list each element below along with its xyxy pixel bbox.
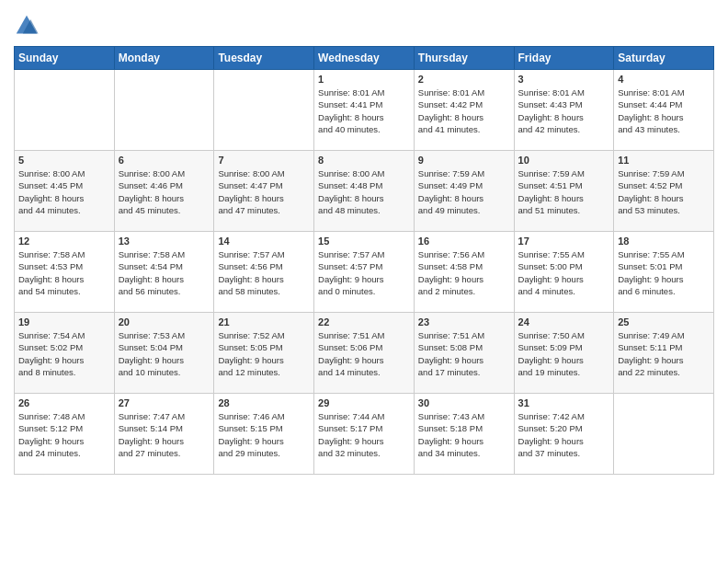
day-info: Sunrise: 7:58 AM Sunset: 4:54 PM Dayligh…: [119, 248, 210, 297]
day-number: 4: [618, 74, 710, 85]
day-number: 1: [318, 74, 410, 85]
day-info: Sunrise: 7:51 AM Sunset: 5:06 PM Dayligh…: [318, 329, 410, 378]
weekday-header-saturday: Saturday: [614, 47, 714, 70]
day-cell-9: 9Sunrise: 7:59 AM Sunset: 4:49 PM Daylig…: [414, 151, 514, 232]
day-number: 3: [518, 74, 610, 85]
weekday-header-row: SundayMondayTuesdayWednesdayThursdayFrid…: [15, 47, 714, 70]
day-number: 5: [18, 155, 110, 166]
weekday-header-wednesday: Wednesday: [314, 47, 415, 70]
day-info: Sunrise: 7:59 AM Sunset: 4:52 PM Dayligh…: [618, 167, 710, 216]
day-number: 8: [318, 155, 410, 166]
day-info: Sunrise: 7:57 AM Sunset: 4:57 PM Dayligh…: [318, 248, 410, 297]
page: SundayMondayTuesdayWednesdayThursdayFrid…: [0, 0, 728, 563]
day-number: 31: [518, 397, 610, 408]
day-number: 15: [318, 236, 410, 247]
day-cell-26: 26Sunrise: 7:48 AM Sunset: 5:12 PM Dayli…: [15, 394, 115, 475]
day-number: 6: [119, 155, 210, 166]
week-row-4: 19Sunrise: 7:54 AM Sunset: 5:02 PM Dayli…: [15, 313, 714, 394]
day-cell-3: 3Sunrise: 8:01 AM Sunset: 4:43 PM Daylig…: [514, 70, 614, 151]
day-number: 12: [18, 236, 110, 247]
day-number: 25: [618, 316, 710, 327]
day-number: 21: [218, 316, 310, 327]
day-cell-14: 14Sunrise: 7:57 AM Sunset: 4:56 PM Dayli…: [214, 232, 314, 313]
day-number: 28: [218, 397, 310, 408]
day-info: Sunrise: 7:57 AM Sunset: 4:56 PM Dayligh…: [218, 248, 310, 297]
day-cell-31: 31Sunrise: 7:42 AM Sunset: 5:20 PM Dayli…: [514, 394, 614, 475]
day-cell-24: 24Sunrise: 7:50 AM Sunset: 5:09 PM Dayli…: [514, 313, 614, 394]
day-info: Sunrise: 7:56 AM Sunset: 4:58 PM Dayligh…: [418, 248, 510, 297]
day-info: Sunrise: 7:58 AM Sunset: 4:53 PM Dayligh…: [18, 248, 110, 297]
day-number: 26: [18, 397, 110, 408]
day-number: 18: [618, 236, 710, 247]
day-info: Sunrise: 7:52 AM Sunset: 5:05 PM Dayligh…: [218, 329, 310, 378]
day-info: Sunrise: 7:51 AM Sunset: 5:08 PM Dayligh…: [418, 329, 510, 378]
day-cell-16: 16Sunrise: 7:56 AM Sunset: 4:58 PM Dayli…: [414, 232, 514, 313]
day-cell-27: 27Sunrise: 7:47 AM Sunset: 5:14 PM Dayli…: [114, 394, 214, 475]
day-cell-empty-0-1: [114, 70, 214, 151]
week-row-5: 26Sunrise: 7:48 AM Sunset: 5:12 PM Dayli…: [15, 394, 714, 475]
day-cell-21: 21Sunrise: 7:52 AM Sunset: 5:05 PM Dayli…: [214, 313, 314, 394]
weekday-header-friday: Friday: [514, 47, 614, 70]
day-info: Sunrise: 7:43 AM Sunset: 5:18 PM Dayligh…: [418, 410, 510, 459]
day-number: 24: [518, 316, 610, 327]
day-number: 27: [119, 397, 210, 408]
week-row-2: 5Sunrise: 8:00 AM Sunset: 4:45 PM Daylig…: [15, 151, 714, 232]
day-cell-empty-0-2: [214, 70, 314, 151]
logo: [14, 13, 41, 39]
day-number: 13: [119, 236, 210, 247]
day-number: 14: [218, 236, 310, 247]
day-cell-18: 18Sunrise: 7:55 AM Sunset: 5:01 PM Dayli…: [614, 232, 714, 313]
header: [14, 9, 714, 39]
day-number: 9: [418, 155, 510, 166]
day-cell-4: 4Sunrise: 8:01 AM Sunset: 4:44 PM Daylig…: [614, 70, 714, 151]
day-number: 30: [418, 397, 510, 408]
day-number: 7: [218, 155, 310, 166]
day-cell-13: 13Sunrise: 7:58 AM Sunset: 4:54 PM Dayli…: [114, 232, 214, 313]
day-cell-empty-4-6: [614, 394, 714, 475]
day-cell-15: 15Sunrise: 7:57 AM Sunset: 4:57 PM Dayli…: [314, 232, 415, 313]
day-info: Sunrise: 7:54 AM Sunset: 5:02 PM Dayligh…: [18, 329, 110, 378]
day-cell-2: 2Sunrise: 8:01 AM Sunset: 4:42 PM Daylig…: [414, 70, 514, 151]
day-info: Sunrise: 7:47 AM Sunset: 5:14 PM Dayligh…: [119, 410, 210, 459]
day-number: 23: [418, 316, 510, 327]
day-number: 19: [18, 316, 110, 327]
weekday-header-sunday: Sunday: [15, 47, 115, 70]
day-cell-7: 7Sunrise: 8:00 AM Sunset: 4:47 PM Daylig…: [214, 151, 314, 232]
day-number: 17: [518, 236, 610, 247]
day-cell-20: 20Sunrise: 7:53 AM Sunset: 5:04 PM Dayli…: [114, 313, 214, 394]
day-cell-1: 1Sunrise: 8:01 AM Sunset: 4:41 PM Daylig…: [314, 70, 415, 151]
day-info: Sunrise: 8:00 AM Sunset: 4:48 PM Dayligh…: [318, 167, 410, 216]
day-cell-8: 8Sunrise: 8:00 AM Sunset: 4:48 PM Daylig…: [314, 151, 415, 232]
day-info: Sunrise: 7:59 AM Sunset: 4:51 PM Dayligh…: [518, 167, 610, 216]
day-number: 2: [418, 74, 510, 85]
day-cell-23: 23Sunrise: 7:51 AM Sunset: 5:08 PM Dayli…: [414, 313, 514, 394]
weekday-header-tuesday: Tuesday: [214, 47, 314, 70]
day-info: Sunrise: 8:01 AM Sunset: 4:42 PM Dayligh…: [418, 86, 510, 135]
day-cell-29: 29Sunrise: 7:44 AM Sunset: 5:17 PM Dayli…: [314, 394, 415, 475]
day-info: Sunrise: 8:00 AM Sunset: 4:47 PM Dayligh…: [218, 167, 310, 216]
day-number: 29: [318, 397, 410, 408]
day-cell-25: 25Sunrise: 7:49 AM Sunset: 5:11 PM Dayli…: [614, 313, 714, 394]
day-number: 20: [119, 316, 210, 327]
day-info: Sunrise: 8:01 AM Sunset: 4:41 PM Dayligh…: [318, 86, 410, 135]
day-info: Sunrise: 7:48 AM Sunset: 5:12 PM Dayligh…: [18, 410, 110, 459]
day-number: 10: [518, 155, 610, 166]
day-info: Sunrise: 7:46 AM Sunset: 5:15 PM Dayligh…: [218, 410, 310, 459]
day-info: Sunrise: 8:01 AM Sunset: 4:43 PM Dayligh…: [518, 86, 610, 135]
day-info: Sunrise: 8:01 AM Sunset: 4:44 PM Dayligh…: [618, 86, 710, 135]
calendar-table: SundayMondayTuesdayWednesdayThursdayFrid…: [14, 46, 714, 475]
day-cell-11: 11Sunrise: 7:59 AM Sunset: 4:52 PM Dayli…: [614, 151, 714, 232]
day-info: Sunrise: 7:44 AM Sunset: 5:17 PM Dayligh…: [318, 410, 410, 459]
day-cell-30: 30Sunrise: 7:43 AM Sunset: 5:18 PM Dayli…: [414, 394, 514, 475]
day-cell-5: 5Sunrise: 8:00 AM Sunset: 4:45 PM Daylig…: [15, 151, 115, 232]
day-cell-12: 12Sunrise: 7:58 AM Sunset: 4:53 PM Dayli…: [15, 232, 115, 313]
day-info: Sunrise: 7:55 AM Sunset: 5:01 PM Dayligh…: [618, 248, 710, 297]
day-info: Sunrise: 8:00 AM Sunset: 4:46 PM Dayligh…: [119, 167, 210, 216]
day-info: Sunrise: 7:42 AM Sunset: 5:20 PM Dayligh…: [518, 410, 610, 459]
day-info: Sunrise: 7:50 AM Sunset: 5:09 PM Dayligh…: [518, 329, 610, 378]
day-info: Sunrise: 7:49 AM Sunset: 5:11 PM Dayligh…: [618, 329, 710, 378]
day-cell-19: 19Sunrise: 7:54 AM Sunset: 5:02 PM Dayli…: [15, 313, 115, 394]
day-cell-28: 28Sunrise: 7:46 AM Sunset: 5:15 PM Dayli…: [214, 394, 314, 475]
week-row-3: 12Sunrise: 7:58 AM Sunset: 4:53 PM Dayli…: [15, 232, 714, 313]
logo-icon: [14, 13, 40, 39]
